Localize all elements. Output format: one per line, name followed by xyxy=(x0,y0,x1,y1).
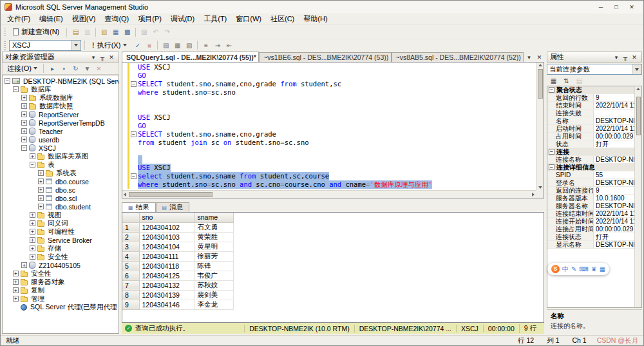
collapse-icon[interactable]: − xyxy=(13,86,19,92)
code-line[interactable]: where student.sno=sc.sno xyxy=(122,88,536,97)
row-number[interactable]: 3 xyxy=(122,242,139,251)
grid-cell[interactable]: 1204304102 xyxy=(139,222,194,232)
tree-item[interactable]: +userdb xyxy=(5,135,118,144)
grid-cell[interactable]: 石文勇 xyxy=(194,222,233,232)
tree-item[interactable]: +Service Broker xyxy=(5,236,118,244)
tree-item[interactable]: +安全性 xyxy=(5,253,118,261)
menu-item-6[interactable]: 调试(D) xyxy=(166,14,199,24)
grid-cell[interactable]: 1204304146 xyxy=(139,300,194,309)
row-number[interactable]: 1 xyxy=(122,222,139,232)
tree-item[interactable]: +dbo.student xyxy=(5,202,118,211)
expand-icon[interactable]: + xyxy=(30,212,35,218)
code-line[interactable] xyxy=(122,105,536,113)
tree-item[interactable]: +系统数据库 xyxy=(5,93,118,102)
fold-collapse-icon[interactable]: − xyxy=(131,81,137,87)
editor-tab[interactable]: SQLQuery1.sql - DE...ME2IK\20774 (55))* xyxy=(122,52,259,62)
sogou-logo-icon[interactable]: S xyxy=(551,265,560,273)
expand-icon[interactable]: + xyxy=(21,95,27,101)
column-header[interactable]: sname xyxy=(194,213,233,222)
scroll-up-icon[interactable] xyxy=(538,64,542,66)
close-document-icon[interactable]: ✕ xyxy=(535,53,544,62)
property-row[interactable]: 登录名DESKTOP-NBME2IK xyxy=(547,179,634,187)
outdent-icon[interactable]: ⇤ xyxy=(223,40,234,50)
tree-item[interactable]: +dbo.scl xyxy=(5,194,118,202)
menu-item-4[interactable]: 查询(Q) xyxy=(100,14,133,24)
results-tab-2[interactable]: ▤消息 xyxy=(156,202,190,212)
code-line[interactable]: −SELECT student.sno,sname,cno,grade from… xyxy=(122,80,536,88)
tree-item[interactable]: +数据库关系图 xyxy=(5,152,118,160)
grid-cell[interactable]: 苏秋妏 xyxy=(194,280,233,290)
row-number[interactable]: 6 xyxy=(122,271,139,280)
tree-item[interactable]: +数据库快照 xyxy=(5,102,118,110)
menu-item-10[interactable]: 帮助(H) xyxy=(299,14,332,24)
row-number[interactable]: 7 xyxy=(122,280,139,290)
indent-icon[interactable]: ⇥ xyxy=(212,40,223,50)
save-all-icon[interactable]: ▩ xyxy=(122,27,133,37)
code-line[interactable]: where student.sno=sc.sno and sc.cno=cour… xyxy=(122,180,536,189)
pen-icon[interactable]: ✎ xyxy=(571,265,576,273)
scrollbar-thumb[interactable] xyxy=(129,192,213,197)
results-to-text-icon[interactable]: ▤ xyxy=(160,40,171,50)
row-number[interactable]: 5 xyxy=(122,261,139,271)
menu-item-8[interactable]: 窗口(W) xyxy=(231,14,266,24)
property-row[interactable]: 名称DESKTOP-NBME2IK xyxy=(547,117,634,125)
expand-icon[interactable]: + xyxy=(30,153,35,159)
expand-icon[interactable]: + xyxy=(30,254,35,260)
code-line[interactable]: USE XSCJ xyxy=(122,164,536,172)
chevron-down-icon[interactable]: ▾ xyxy=(612,54,621,61)
menu-item-5[interactable]: 项目(P) xyxy=(133,14,166,24)
expand-icon[interactable]: + xyxy=(30,245,35,251)
connect-icon[interactable]: ▸ xyxy=(47,63,58,73)
row-number[interactable]: 4 xyxy=(122,251,139,261)
code-line[interactable] xyxy=(122,147,536,155)
refresh-icon[interactable]: ↻ xyxy=(70,63,81,73)
menu-item-7[interactable]: 工具(T) xyxy=(199,14,231,24)
code-line[interactable]: from student join sc on student.sno=sc.s… xyxy=(122,139,536,147)
toolbox-icon[interactable]: ▦ xyxy=(600,265,605,273)
expand-icon[interactable]: + xyxy=(38,187,44,193)
skin-icon[interactable]: ♛ xyxy=(591,265,597,273)
pin-icon[interactable]: ╥ xyxy=(98,54,107,61)
property-row[interactable]: 显示名称DESKTOP-NBME2IK xyxy=(547,241,634,249)
close-button[interactable]: ✕ xyxy=(624,1,639,13)
expand-icon[interactable]: + xyxy=(38,170,44,176)
tree-item[interactable]: SQL Server 代理(已禁用代理 XP) xyxy=(5,303,118,311)
collapse-icon[interactable]: − xyxy=(549,87,554,93)
tree-item[interactable]: +ReportServer xyxy=(5,110,118,119)
expand-icon[interactable]: + xyxy=(30,220,35,226)
grid-cell[interactable]: 陈锋 xyxy=(194,261,233,271)
tree-item[interactable]: +dbo.course xyxy=(5,177,118,186)
expand-icon[interactable]: + xyxy=(21,111,27,117)
restore-button[interactable]: □ xyxy=(609,1,624,13)
code-line[interactable]: −SELECT student.sno,sname,cno,grade xyxy=(122,130,536,139)
chinese-mode-icon[interactable]: 中 xyxy=(562,265,569,274)
results-to-grid-icon[interactable]: ▦ xyxy=(172,40,183,50)
grid-cell[interactable]: 韦俊广 xyxy=(194,271,233,280)
property-category[interactable]: −连接 xyxy=(547,148,634,156)
property-row[interactable]: 返回的行数9 xyxy=(547,94,634,102)
property-row[interactable]: 连接失败 xyxy=(547,110,634,117)
filter-icon[interactable]: ▼ xyxy=(82,63,93,73)
pin-icon[interactable]: ╥ xyxy=(621,54,630,61)
tree-item[interactable]: +安全性 xyxy=(5,269,118,278)
grid-cell[interactable]: 黄星明 xyxy=(194,242,233,251)
grid-cell[interactable]: 1204304132 xyxy=(139,280,194,290)
grid-cell[interactable]: 1204304111 xyxy=(139,251,194,261)
property-row[interactable]: SPID55 xyxy=(547,171,634,179)
tab-list-chevron-icon[interactable]: ▾ xyxy=(524,53,534,62)
row-number[interactable]: 9 xyxy=(122,300,139,309)
categorized-icon[interactable]: ▦ xyxy=(548,76,559,86)
tree-item[interactable]: −DESKTOP-NBME2IK (SQL Server 10.0.160 xyxy=(5,77,118,85)
tree-item[interactable]: +服务器对象 xyxy=(5,278,118,286)
menu-item-2[interactable]: 编辑(E) xyxy=(35,14,68,24)
close-icon[interactable]: ✕ xyxy=(630,54,639,61)
scroll-down-icon[interactable] xyxy=(538,186,542,189)
code-line[interactable] xyxy=(122,97,536,105)
grid-cell[interactable]: 1204304103 xyxy=(139,232,194,242)
collapse-icon[interactable]: − xyxy=(30,162,35,168)
expand-icon[interactable]: + xyxy=(30,229,35,235)
row-number[interactable]: 2 xyxy=(122,232,139,242)
property-row[interactable]: 连接开始时间2022/10/14 11:32:0 xyxy=(547,218,634,226)
collapse-icon[interactable]: − xyxy=(21,145,27,151)
tree-item[interactable]: −表 xyxy=(5,160,118,169)
